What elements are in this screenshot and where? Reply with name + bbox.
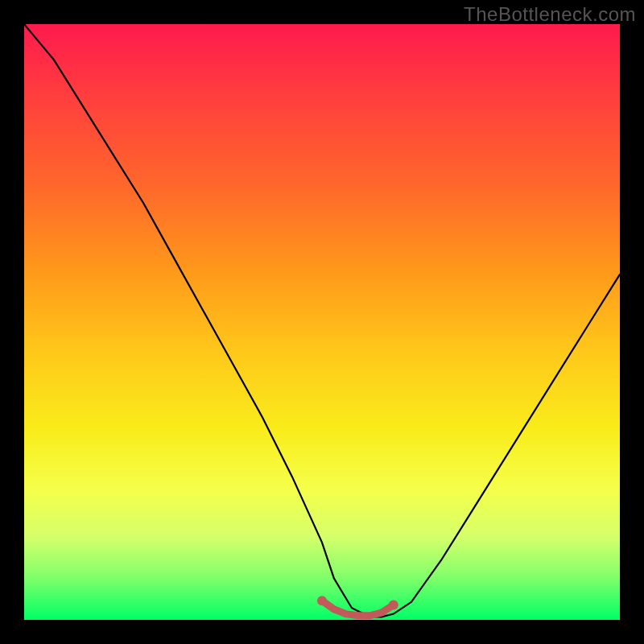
bottleneck-curve-path (24, 24, 620, 617)
curve-svg (24, 24, 620, 620)
band-dot-right (389, 601, 398, 610)
band-dot-left (317, 596, 327, 605)
optimal-band-path (322, 601, 394, 616)
chart-frame: TheBottleneck.com (0, 0, 644, 644)
plot-area (24, 24, 620, 620)
watermark-text: TheBottleneck.com (464, 3, 636, 26)
